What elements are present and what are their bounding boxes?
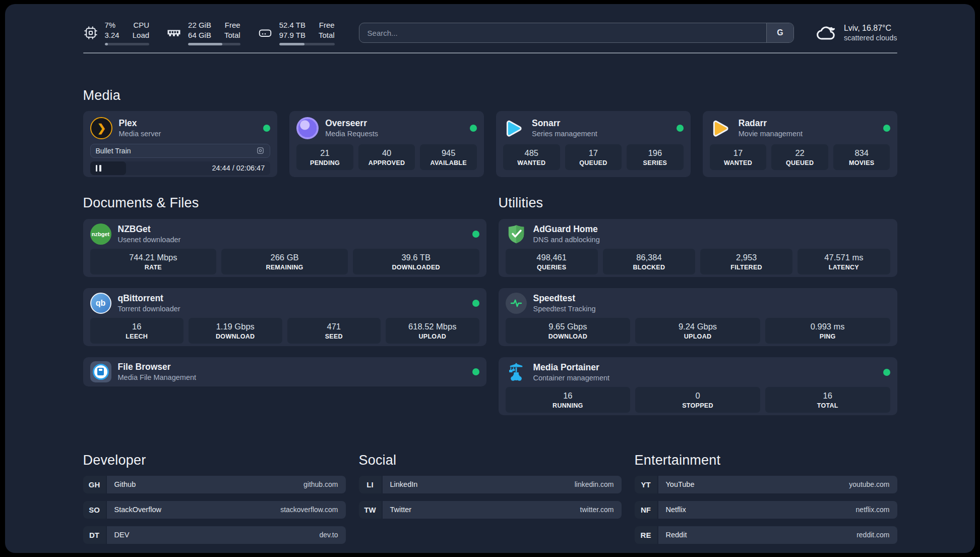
radarr-card[interactable]: Radarr Movie management 17 WANTED 22 QUE…: [703, 111, 897, 177]
ram-total-value: 64 GiB: [188, 30, 211, 40]
link-reddit[interactable]: RE Reddit reddit.com: [635, 526, 897, 544]
link-url: reddit.com: [856, 531, 889, 539]
nzbget-status-dot: [472, 231, 479, 238]
stat-tile: 834 MOVIES: [833, 144, 890, 170]
link-linkedin[interactable]: LI LinkedIn linkedin.com: [359, 476, 622, 493]
adguard-card[interactable]: AdGuard Home DNS and adblocking 498,461 …: [499, 219, 897, 277]
section-title-media: Media: [83, 88, 897, 103]
plex-status-dot: [263, 125, 270, 132]
utilities-column: Utilities AdGuard Home: [499, 195, 897, 415]
sonarr-subtitle: Series management: [532, 130, 597, 138]
link-name: Github: [114, 480, 136, 488]
sonarr-title: Sonarr: [532, 118, 597, 129]
filebrowser-subtitle: Media File Management: [118, 373, 197, 381]
stat-tile: 17 WANTED: [710, 144, 767, 170]
disk-stat: 52.4 TB 97.9 TB Free Total: [258, 20, 335, 45]
stat-tile: 471 SEED: [287, 318, 381, 344]
disk-free-value: 52.4 TB: [279, 20, 305, 30]
link-stackoverflow[interactable]: SO StackOverflow stackoverflow.com: [83, 501, 346, 519]
section-title-developer: Developer: [83, 453, 346, 468]
link-twitter[interactable]: TW Twitter twitter.com: [359, 501, 622, 519]
link-abbr: TW: [359, 501, 382, 519]
link-abbr: LI: [359, 476, 382, 493]
speedtest-subtitle: Speedtest Tracking: [533, 305, 596, 313]
overseerr-icon: [296, 117, 319, 139]
cpu-label: CPU: [133, 20, 149, 30]
portainer-subtitle: Container management: [533, 374, 610, 382]
cpu-load-label: Load: [133, 30, 149, 40]
cpu-stat: 7% 3.24 CPU Load: [83, 20, 150, 45]
link-url: youtube.com: [849, 480, 889, 488]
social-section: Social LI LinkedIn linkedin.com TW Twitt…: [359, 453, 622, 544]
stat-tile: 744.21 Mbps RATE: [90, 249, 217, 274]
speedtest-card[interactable]: Speedtest Speedtest Tracking 9.65 Gbps D…: [499, 288, 897, 346]
section-title-social: Social: [359, 453, 622, 468]
sonarr-card[interactable]: Sonarr Series management 485 WANTED 17 Q…: [496, 111, 691, 177]
weather-location-temp: Lviv, 16.87°C: [844, 24, 897, 33]
nzbget-title: NZBGet: [118, 224, 181, 235]
link-github[interactable]: GH Github github.com: [83, 476, 346, 493]
stat-tile: 16 RUNNING: [506, 387, 631, 413]
system-stats: 7% 3.24 CPU Load: [83, 20, 335, 45]
stat-tile: 498,461 QUERIES: [506, 249, 598, 274]
nzbget-card[interactable]: nzbget NZBGet Usenet downloader 744.21 M…: [83, 219, 486, 277]
nzbget-subtitle: Usenet downloader: [118, 236, 181, 244]
section-title-utilities: Utilities: [499, 195, 897, 211]
documents-column: Documents & Files nzbget NZBGet Usenet d…: [83, 195, 486, 415]
plex-progress-bar[interactable]: 24:44 / 02:06:47: [90, 161, 271, 175]
search-provider-button[interactable]: G: [766, 23, 793, 42]
filebrowser-status-dot: [472, 368, 479, 375]
stat-tile: 16 LEECH: [90, 318, 184, 344]
plex-playback-time: 24:44 / 02:06:47: [212, 164, 270, 172]
stat-tile: 86,384 BLOCKED: [603, 249, 695, 274]
nzbget-icon: nzbget: [90, 224, 111, 245]
portainer-status-dot: [883, 369, 890, 376]
link-url: linkedin.com: [575, 480, 614, 488]
stat-tile: 485 WANTED: [503, 144, 560, 170]
plex-progress-elapsed: [90, 161, 127, 175]
adguard-icon: [506, 224, 527, 245]
stat-tile: 16 TOTAL: [765, 387, 890, 413]
stat-tile: 9.24 Gbps UPLOAD: [635, 318, 760, 344]
ram-total-label: Total: [224, 30, 240, 40]
media-cards-row: ❯ Plex Media server Bullet Train: [83, 111, 897, 177]
ram-stat: 22 GiB 64 GiB Free Total: [166, 20, 240, 45]
link-abbr: YT: [635, 476, 657, 493]
link-name: YouTube: [666, 480, 695, 488]
radarr-title: Radarr: [739, 118, 803, 129]
link-dev[interactable]: DT DEV dev.to: [83, 526, 346, 544]
link-abbr: DT: [83, 526, 106, 544]
plex-card[interactable]: ❯ Plex Media server Bullet Train: [83, 111, 278, 177]
plex-now-playing-title: Bullet Train: [96, 147, 131, 155]
portainer-title: Media Portainer: [533, 362, 610, 373]
portainer-card[interactable]: Media Portainer Container management 16 …: [499, 357, 897, 415]
ram-icon: [166, 25, 181, 40]
qbittorrent-card[interactable]: qb qBittorrent Torrent downloader 16 LEE…: [83, 288, 486, 346]
session-icon: [256, 146, 265, 155]
link-name: Netflix: [666, 506, 686, 514]
pause-icon[interactable]: [96, 165, 98, 172]
link-url: stackoverflow.com: [280, 506, 338, 514]
filebrowser-title: File Browser: [118, 362, 197, 372]
filebrowser-card[interactable]: File Browser Media File Management: [83, 357, 486, 386]
ram-free-value: 22 GiB: [188, 20, 211, 30]
entertainment-section: Entertainment YT YouTube youtube.com NF …: [635, 453, 897, 544]
ram-free-label: Free: [224, 20, 240, 30]
search-bar: G: [359, 23, 794, 43]
overseerr-card[interactable]: Overseerr Media Requests 21 PENDING 40 A…: [289, 111, 484, 177]
stat-tile: 17 QUEUED: [565, 144, 622, 170]
dashboard-panel: 7% 3.24 CPU Load: [5, 4, 975, 553]
stat-tile: 39.6 TB DOWNLOADED: [353, 249, 479, 274]
stat-tile: 22 QUEUED: [771, 144, 828, 170]
disk-total-value: 97.9 TB: [279, 30, 305, 40]
search-input[interactable]: [359, 23, 766, 42]
overseerr-title: Overseerr: [325, 118, 378, 129]
radarr-subtitle: Movie management: [739, 130, 803, 138]
cpu-percent: 7%: [105, 20, 119, 30]
link-name: LinkedIn: [390, 480, 418, 488]
link-abbr: GH: [83, 476, 106, 493]
link-youtube[interactable]: YT YouTube youtube.com: [635, 476, 897, 493]
stat-tile: 9.65 Gbps DOWNLOAD: [506, 318, 631, 344]
link-netflix[interactable]: NF Netflix netflix.com: [635, 501, 897, 519]
stat-tile: 0 STOPPED: [635, 387, 760, 413]
